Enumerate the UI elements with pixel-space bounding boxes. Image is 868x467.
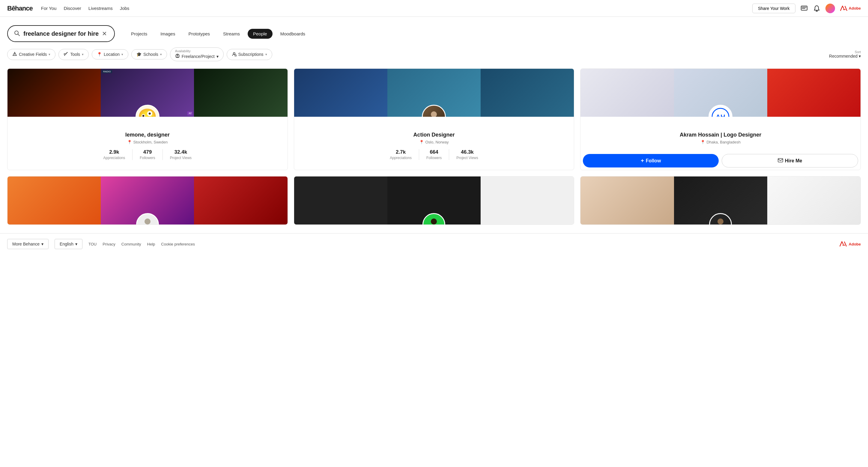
bottom-img-1a	[7, 176, 101, 225]
user-avatar[interactable]	[826, 4, 835, 13]
footer-cookie-preferences[interactable]: Cookie preferences	[161, 242, 195, 246]
stat-action-appreciations: 2.7k Appreciations	[382, 149, 419, 160]
schools-filter[interactable]: 🎓 Schools ▾	[131, 49, 167, 59]
sort-value[interactable]: Recommended ▾	[829, 54, 861, 59]
svg-point-9	[235, 55, 237, 56]
tab-prototypes[interactable]: Prototypes	[183, 29, 215, 39]
location-chevron: ▾	[121, 53, 123, 56]
bottom-img-3a	[581, 176, 674, 225]
location-filter[interactable]: 📍 Location ▾	[92, 49, 128, 59]
bottom-card-2-images	[294, 176, 574, 225]
tab-projects[interactable]: Projects	[126, 29, 153, 39]
svg-point-8	[233, 53, 235, 54]
stat-action-followers: 664 Followers	[419, 149, 449, 160]
card-avatar[interactable]: 🤪	[135, 105, 159, 117]
bottom-card-2	[294, 176, 575, 225]
card-action-img-3	[480, 69, 574, 117]
footer-tou[interactable]: TOU	[88, 242, 97, 246]
card-lemone-name[interactable]: lemone, designer	[12, 132, 283, 138]
adobe-logo: Adobe	[840, 5, 861, 11]
tools-filter[interactable]: Tools ▾	[59, 49, 89, 60]
svg-point-10	[431, 111, 437, 117]
card-akram-name[interactable]: Akram Hossain | Logo Designer	[585, 132, 856, 138]
svg-point-16	[145, 218, 151, 225]
footer-help[interactable]: Help	[147, 242, 155, 246]
language-button[interactable]: English ▾	[55, 239, 83, 249]
card-action-images	[294, 69, 574, 117]
footer-community[interactable]: Community	[121, 242, 141, 246]
hire-me-button[interactable]: Hire Me	[722, 154, 858, 168]
more-behance-button[interactable]: More Behance ▾	[7, 239, 49, 249]
schools-icon: 🎓	[136, 52, 142, 57]
location-pin-icon2: 📍	[419, 140, 424, 144]
location-label: Location	[104, 52, 120, 57]
search-clear-icon[interactable]: ✕	[101, 29, 108, 38]
tab-streams[interactable]: Streams	[218, 29, 245, 39]
bottom-card-3-images	[581, 176, 861, 225]
card-action-location: 📍 Oslo, Norway	[299, 140, 569, 144]
card-img-3	[194, 69, 287, 117]
footer: More Behance ▾ English ▾ TOU Privacy Com…	[0, 233, 868, 255]
svg-point-20	[717, 218, 723, 225]
availability-chevron: ▾	[216, 54, 219, 59]
bottom-img-3c	[767, 176, 861, 225]
svg-text:AH: AH	[716, 113, 725, 117]
location-pin-icon: 📍	[127, 140, 132, 144]
availability-filter[interactable]: Availability Freelance/Project ▾	[170, 48, 224, 61]
cards-grid: Rf RADIO 🤪 lemone, designer 📍 Stockholm,…	[0, 61, 868, 170]
svg-point-1	[816, 10, 817, 12]
card-lemone-images: Rf RADIO 🤪	[7, 69, 287, 117]
bottom-img-3b	[674, 176, 767, 225]
sort-section: Sort Recommended ▾	[829, 50, 861, 59]
stat-appreciations: 2.9k Appreciations	[96, 149, 132, 160]
creative-fields-filter[interactable]: Creative Fields ▾	[7, 49, 56, 60]
card-action-avatar[interactable]	[422, 105, 446, 117]
footer-adobe-label: Adobe	[849, 242, 861, 246]
sort-label: Sort	[855, 50, 861, 54]
creative-fields-icon	[12, 52, 17, 57]
schools-chevron: ▾	[160, 53, 162, 56]
schools-label: Schools	[143, 52, 158, 57]
share-your-work-button[interactable]: Share Your Work	[752, 4, 796, 13]
nav-for-you[interactable]: For You	[41, 6, 57, 11]
tab-people[interactable]: People	[248, 29, 273, 39]
card-akram-img-1	[581, 69, 674, 117]
search-bar: ✕	[7, 25, 115, 42]
bottom-img-2b	[388, 176, 480, 225]
card-lemone: Rf RADIO 🤪 lemone, designer 📍 Stockholm,…	[7, 68, 288, 170]
creative-fields-label: Creative Fields	[19, 52, 47, 57]
tab-images[interactable]: Images	[155, 29, 181, 39]
card-img-1	[7, 69, 101, 117]
card-akram: AH Akram Hossain | Logo Designer 📍 Dhaka…	[580, 68, 861, 170]
nav-jobs[interactable]: Jobs	[120, 6, 129, 11]
subscriptions-label: Subscriptions	[238, 52, 264, 57]
card-akram-avatar[interactable]: AH	[709, 105, 733, 117]
language-chevron: ▾	[75, 242, 78, 246]
card-action-name[interactable]: Action Designer	[299, 132, 569, 138]
card-action-body: Action Designer 📍 Oslo, Norway 2.7k Appr…	[294, 117, 574, 170]
availability-label: Availability	[175, 50, 191, 53]
search-input[interactable]	[23, 30, 101, 37]
nav-right: Share Your Work Adobe	[752, 4, 861, 13]
location-pin-icon3: 📍	[701, 140, 705, 144]
language-label: English	[60, 242, 73, 246]
hire-mail-icon	[778, 158, 783, 164]
svg-point-18	[431, 218, 437, 225]
subscriptions-filter[interactable]: Subscriptions ▾	[227, 49, 272, 60]
top-nav: Bēhance For You Discover Livestreams Job…	[0, 0, 868, 17]
nav-livestreams[interactable]: Livestreams	[88, 6, 113, 11]
tools-chevron: ▾	[82, 53, 84, 56]
messages-icon[interactable]	[800, 4, 808, 12]
bottom-img-1b	[101, 176, 194, 225]
card-akram-actions: + Follow Hire Me	[581, 154, 861, 170]
footer-privacy[interactable]: Privacy	[102, 242, 116, 246]
tab-moodboards[interactable]: Moodboards	[275, 29, 311, 39]
subscriptions-chevron: ▾	[265, 53, 267, 56]
nav-discover[interactable]: Discover	[64, 6, 81, 11]
stat-action-views: 46.3k Project Views	[449, 149, 485, 160]
follow-button[interactable]: + Follow	[583, 154, 719, 168]
card-action-designer: Action Designer 📍 Oslo, Norway 2.7k Appr…	[294, 68, 575, 170]
behance-logo[interactable]: Bēhance	[7, 4, 33, 12]
card-action-avatar-wrap	[422, 105, 446, 117]
notifications-icon[interactable]	[813, 4, 820, 12]
